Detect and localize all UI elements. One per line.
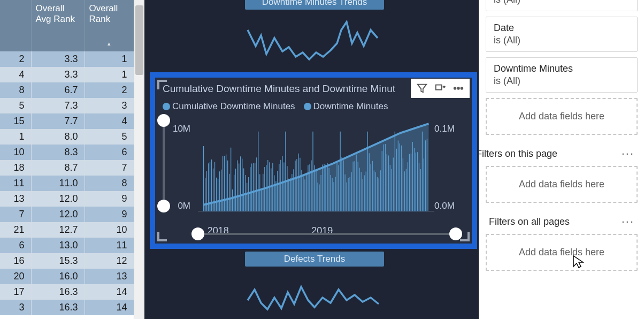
table-row[interactable]: 1111.08	[0, 176, 134, 191]
legend-dot-2	[304, 103, 311, 110]
table-cell: 7	[85, 160, 134, 176]
table-cell: 13	[0, 191, 31, 207]
add-fields-visual[interactable]: Add data fields here	[486, 98, 638, 135]
table-cell: 16.3	[31, 284, 85, 300]
filter-name-date: Date	[494, 22, 630, 34]
section-title-all: Filters on all pages	[489, 216, 570, 227]
table-row[interactable]: 1312.09	[0, 191, 134, 207]
y-right-bot: 0.0M	[434, 201, 464, 211]
table-cell: 1	[0, 129, 31, 145]
table-row[interactable]: 2016.013	[0, 269, 134, 284]
filter-name-downtime: Downtime Minutes	[494, 63, 630, 74]
table-row[interactable]: 188.77	[0, 160, 134, 176]
add-fields-all[interactable]: Add data fields here	[486, 234, 638, 271]
filter-card-partial[interactable]: is (All)	[486, 0, 638, 11]
selected-visual-frame[interactable]: Cumulative Downtime Minutes and Downtime…	[150, 72, 477, 249]
table-row[interactable]: 57.33	[0, 98, 134, 113]
filter-value-downtime: is (All)	[494, 75, 630, 87]
y-axis-left: 10M 0M	[160, 118, 193, 211]
add-fields-page[interactable]: Add data fields here	[486, 166, 638, 203]
table-cell: 6	[0, 238, 31, 253]
col-header-blank[interactable]	[0, 0, 31, 51]
col-header-overall-rank[interactable]: Overall Rank	[85, 0, 134, 51]
table-row[interactable]: 1716.314	[0, 284, 134, 300]
filter-value-partial: is (All)	[494, 0, 630, 5]
table-row[interactable]: 86.72	[0, 82, 134, 98]
table-row[interactable]: 2112.710	[0, 222, 134, 238]
resize-handle-bl[interactable]	[157, 232, 167, 241]
table-cell: 14	[85, 300, 134, 315]
table-cell: 12.7	[31, 222, 85, 238]
section-menu-all-icon[interactable]: ···	[622, 215, 634, 229]
table-row[interactable]: 1615.312	[0, 253, 134, 269]
section-menu-page-icon[interactable]: ···	[622, 147, 634, 161]
legend-dot-1	[163, 103, 170, 110]
svg-point-2	[457, 87, 459, 89]
filter-card-date[interactable]: Date is (All)	[486, 17, 638, 52]
table-cell: 3.3	[31, 67, 85, 82]
table-scrollbar[interactable]	[134, 0, 144, 319]
section-title-page: Filters on this page	[479, 148, 557, 160]
col-header-avg-rank[interactable]: Overall Avg Rank	[31, 0, 85, 51]
table-cell: 16.0	[31, 269, 85, 284]
y-left-top: 10M	[160, 124, 190, 134]
table-cell: 8	[0, 82, 31, 98]
dashboard-canvas[interactable]: Downtime Minutes Trends Cumulative Downt…	[144, 0, 479, 319]
mini-title-defects: Defects Trends	[245, 252, 384, 267]
filter-value-date: is (All)	[494, 35, 630, 46]
mini-chart-defects[interactable]: Defects Trends	[240, 252, 389, 319]
table-row[interactable]: 18.05	[0, 129, 134, 145]
table-cell: 8	[85, 176, 134, 191]
mouse-cursor-icon	[572, 255, 584, 269]
table-cell: 1	[85, 67, 134, 82]
table-cell: 20	[0, 269, 31, 284]
table-cell: 10	[0, 145, 31, 160]
table-cell: 21	[0, 222, 31, 238]
filter-card-downtime[interactable]: Downtime Minutes is (All)	[486, 57, 638, 93]
table-cell: 12	[85, 253, 134, 269]
rank-table[interactable]: Overall Avg Rank Overall Rank 23.3143.31…	[0, 0, 144, 319]
table-cell: 12.0	[31, 191, 85, 207]
table-row[interactable]: 157.74	[0, 113, 134, 129]
table-cell: 2	[85, 82, 134, 98]
table-cell: 1	[85, 51, 134, 67]
table-cell: 12.0	[31, 207, 85, 222]
table-row[interactable]: 108.36	[0, 145, 134, 160]
x-slider-handle-right[interactable]	[449, 227, 462, 240]
mini-chart-downtime[interactable]: Downtime Minutes Trends	[240, 0, 389, 70]
table-cell: 2	[0, 51, 31, 67]
sparkline-downtime	[245, 14, 384, 67]
focus-mode-icon[interactable]	[433, 81, 447, 96]
table-cell: 4	[0, 67, 31, 82]
scrollbar-thumb[interactable]	[135, 5, 143, 75]
table-cell: 15.3	[31, 253, 85, 269]
table-cell: 10	[85, 222, 134, 238]
y-right-top: 0.1M	[434, 124, 464, 134]
table-row[interactable]: 23.31	[0, 51, 134, 67]
legend-label-2: Downtime Minutes	[313, 101, 388, 112]
more-options-icon[interactable]	[451, 81, 465, 96]
table-row[interactable]: 43.31	[0, 67, 134, 82]
add-fields-label-1: Add data fields here	[519, 111, 604, 121]
table-row[interactable]: 712.09	[0, 207, 134, 222]
table-row[interactable]: 316.314	[0, 300, 134, 315]
table-cell: 3.3	[31, 51, 85, 67]
x-range-slider[interactable]	[198, 233, 456, 235]
table-cell: 7.7	[31, 113, 85, 129]
table-row[interactable]: 613.011	[0, 238, 134, 253]
svg-rect-0	[436, 85, 442, 90]
table-cell: 8.7	[31, 160, 85, 176]
x-slider-handle-left[interactable]	[191, 227, 204, 240]
table-cell: 18	[0, 160, 31, 176]
table-cell: 3	[0, 300, 31, 315]
table-cell: 13	[85, 269, 134, 284]
table-cell: 13.0	[31, 238, 85, 253]
table-cell: 5	[0, 98, 31, 113]
table-cell: 6	[85, 145, 134, 160]
section-filters-all: Filters on all pages ···	[489, 215, 634, 229]
table-cell: 9	[85, 191, 134, 207]
visual-header-toolbar	[411, 79, 470, 98]
filter-icon[interactable]	[415, 81, 429, 96]
table-cell: 3	[85, 98, 134, 113]
svg-point-1	[454, 87, 456, 89]
